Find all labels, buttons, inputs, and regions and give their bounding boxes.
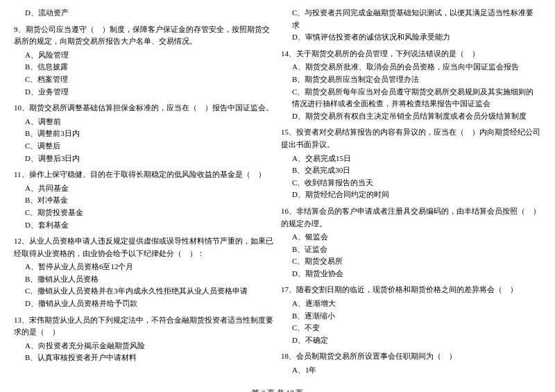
- q12-a: A、暂停从业人员资格6至12个月: [14, 261, 274, 273]
- q12-text: 12、从业人员资格申请人违反规定提供虚假或误导性材料情节严重的，如果已经取得从业…: [14, 235, 274, 259]
- q10-text: 10、期货交易所调整基础估算担保金标准的，应当在（ ）报告中国证监会。: [14, 102, 274, 114]
- q18-a: A、1年: [281, 364, 541, 377]
- question-15: 15、投资者对交易结算报告的内容有异议的，应当在（ ）内向期货经纪公司提出书面异…: [281, 126, 541, 201]
- q14-b: B、期货交易所应当制定会员管理办法: [281, 74, 541, 86]
- q15-text: 15、投资者对交易结算报告的内容有异议的，应当在（ ）内向期货经纪公司提出书面异…: [281, 126, 541, 151]
- q11-text: 11、操作上保守稳健、目的在于取得长期稳定的低风险收益的基金是（ ）: [14, 169, 274, 181]
- q15-a: A、交易完成15日: [281, 153, 541, 165]
- option-d-text: D、流动资产: [14, 7, 274, 19]
- q13-b: B、认真审核投资者开户中请材料: [14, 352, 274, 364]
- q10-b: B、调整前3日内: [14, 128, 274, 140]
- q18-text: 18、会员制期货交易所所设置事会任职期间为（ ）: [281, 350, 541, 363]
- page-footer: 第 2 页 共 17 页: [14, 388, 541, 392]
- question-18: 18、会员制期货交易所所设置事会任职期间为（ ） A、1年: [281, 350, 541, 376]
- q11-c: C、期货投资基金: [14, 207, 274, 219]
- q17-text: 17、随着交割日期的临近，现货价格和期货价格之间的差异将会（ ）: [281, 284, 541, 296]
- question-12: 12、从业人员资格申请人违反规定提供虚假或误导性材料情节严重的，如果已经取得从业…: [14, 235, 274, 310]
- q15-c: C、收到结算报告的当天: [281, 177, 541, 189]
- q15-b: B、交易完成30日: [281, 164, 541, 177]
- right-column: C、与投资者共同完成金融期货基础知识测试，以便其满足适当性标准要求 D、审慎评估…: [281, 7, 541, 381]
- q15-d: D、期货经纪合同约定的时间: [281, 189, 541, 201]
- q16-a: A、银监会: [281, 231, 541, 244]
- q9-c: C、档案管理: [14, 74, 274, 86]
- q17-d: D、不确定: [281, 334, 541, 347]
- question-17: 17、随着交割日期的临近，现货价格和期货价格之间的差异将会（ ） A、逐渐增大 …: [281, 284, 541, 346]
- question-9: 9、期货公司应当遵守（ ）制度，保障客户保证金的存管安全，按照期货交易所的规定，…: [14, 24, 274, 99]
- q10-d: D、调整后3日内: [14, 153, 274, 165]
- q12-d: D、撤销从业人员资格并给予罚款: [14, 298, 274, 310]
- q16-text: 16、非结算会员的客户申请成者注册具交易编码的，由丰结算会员按照（ ）的规定办理…: [281, 205, 541, 230]
- q16-c: C、期货交易所: [281, 255, 541, 268]
- q9-b: B、信息披露: [14, 61, 274, 74]
- q17-b: B、逐渐缩小: [281, 310, 541, 323]
- q14-text: 14、关于期货交易所的会员管理，下列说法错误的是（ ）: [281, 48, 541, 60]
- option-d: D、流动资产: [14, 7, 274, 19]
- q17-c: C、不变: [281, 322, 541, 334]
- q13-d: D、审慎评估投资者的诚信状况和风险承受能力: [281, 31, 541, 44]
- q13-continued: C、与投资者共同完成金融期货基础知识测试，以便其满足适当性标准要求 D、审慎评估…: [281, 7, 541, 44]
- q16-b: B、证监会: [281, 244, 541, 256]
- question-10: 10、期货交易所调整基础估算担保金标准的，应当在（ ）报告中国证监会。 A、调整…: [14, 102, 274, 164]
- question-16: 16、非结算会员的客户申请成者注册具交易编码的，由丰结算会员按照（ ）的规定办理…: [281, 205, 541, 280]
- q11-d: D、套利基金: [14, 219, 274, 232]
- q14-d: D、期货交易所有权自主决定吊销全员结算制度或者会员分级结算制度: [281, 110, 541, 123]
- q13-a: A、向投资者充分揭示金融期货风险: [14, 340, 274, 352]
- q9-a: A、风险管理: [14, 49, 274, 62]
- question-14: 14、关于期货交易所的会员管理，下列说法错误的是（ ） A、期货交易所批准、取消…: [281, 48, 541, 123]
- q16-d: D、期货业协会: [281, 268, 541, 280]
- q12-c: C、撤销从业人员资格并在3年内成永久性拒绝其从业人员资格申请: [14, 285, 274, 298]
- q12-b: B、撤销从业人员资格: [14, 273, 274, 286]
- q11-b: B、对冲基金: [14, 194, 274, 207]
- q9-text: 9、期货公司应当遵守（ ）制度，保障客户保证金的存管安全，按照期货交易所的规定，…: [14, 24, 274, 48]
- question-11: 11、操作上保守稳健、目的在于取得长期稳定的低风险收益的基金是（ ） A、共同基…: [14, 169, 274, 231]
- q10-c: C、调整后: [14, 140, 274, 153]
- q13-text: 13、宋伟期货从业人员的下列规定法中，不符合金融期货投资者适当性制度要求的是（ …: [14, 314, 274, 339]
- q17-a: A、逐渐增大: [281, 298, 541, 310]
- q14-a: A、期货交易所批准、取消会员的会员资格，应当向中国证监会报告: [281, 61, 541, 74]
- q13-c: C、与投资者共同完成金融期货基础知识测试，以便其满足适当性标准要求: [281, 7, 541, 31]
- q10-a: A、调整前: [14, 116, 274, 128]
- page-number: 第 2 页 共 17 页: [252, 389, 303, 392]
- question-13: 13、宋伟期货从业人员的下列规定法中，不符合金融期货投资者适当性制度要求的是（ …: [14, 314, 274, 364]
- left-column: D、流动资产 9、期货公司应当遵守（ ）制度，保障客户保证金的存管安全，按照期货…: [14, 7, 274, 381]
- q9-d: D、业务管理: [14, 86, 274, 99]
- q14-c: C、期货交易所每年应当对会员遵守期货交易所交易规则及其实施细则的情况进行抽样或者…: [281, 86, 541, 110]
- q11-a: A、共同基金: [14, 182, 274, 195]
